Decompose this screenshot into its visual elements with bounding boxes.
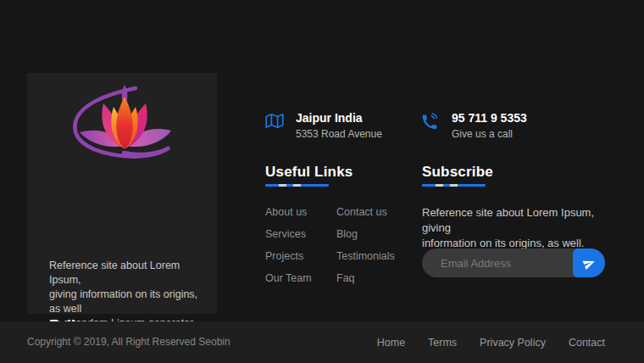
paper-plane-icon bbox=[583, 257, 596, 270]
bottom-link-home[interactable]: Home bbox=[377, 337, 405, 349]
brand-description-line: Reference site about Lorem Ipsum, bbox=[49, 259, 210, 288]
useful-links-column-2: Contact us Blog Testimonials Faq bbox=[336, 201, 395, 289]
footer-section: Reference site about Lorem Ipsum, giving… bbox=[0, 0, 644, 363]
address-block: Jaipur India 5353 Road Avenue bbox=[265, 111, 382, 140]
subscribe-heading: Subscribe bbox=[422, 164, 493, 181]
link-services[interactable]: Services bbox=[265, 223, 336, 245]
subscribe-description-line: Reference site about Lorem Ipsum, giving bbox=[422, 205, 625, 236]
link-projects[interactable]: Projects bbox=[265, 245, 336, 267]
link-about-us[interactable]: About us bbox=[265, 201, 336, 223]
lotus-logo bbox=[58, 83, 186, 161]
subscribe-underline bbox=[422, 184, 486, 187]
map-icon bbox=[265, 111, 286, 140]
bottom-links: Home Terms Privacy Policy Contact bbox=[377, 321, 605, 363]
address-text: Jaipur India 5353 Road Avenue bbox=[296, 111, 382, 140]
phone-block: 95 711 9 5353 Give us a call bbox=[421, 111, 527, 140]
link-faq[interactable]: Faq bbox=[336, 267, 395, 289]
useful-links-heading: Useful Links bbox=[265, 164, 353, 181]
subscribe-description: Reference site about Lorem Ipsum, giving… bbox=[422, 205, 625, 251]
link-blog[interactable]: Blog bbox=[336, 223, 395, 245]
subscribe-form bbox=[422, 249, 605, 277]
bottom-link-terms[interactable]: Terms bbox=[428, 337, 457, 349]
phone-icon bbox=[421, 111, 441, 140]
phone-subtitle: Give us a call bbox=[452, 128, 527, 140]
useful-links-list: About us Services Projects Our Team Cont… bbox=[265, 201, 395, 289]
link-contact-us[interactable]: Contact us bbox=[336, 201, 395, 223]
copyright-text: Copyright © 2019, All Right Reserved Seo… bbox=[27, 321, 230, 363]
bottom-link-privacy-policy[interactable]: Privacy Policy bbox=[480, 337, 546, 349]
address-title: Jaipur India bbox=[296, 111, 382, 125]
useful-links-column-1: About us Services Projects Our Team bbox=[265, 201, 336, 289]
phone-text: 95 711 9 5353 Give us a call bbox=[452, 111, 527, 140]
send-button[interactable] bbox=[573, 249, 605, 277]
phone-number: 95 711 9 5353 bbox=[452, 111, 527, 125]
bottom-link-contact[interactable]: Contact bbox=[569, 337, 605, 349]
link-testimonials[interactable]: Testimonials bbox=[336, 245, 395, 267]
email-input[interactable] bbox=[422, 249, 576, 277]
useful-links-underline bbox=[265, 184, 329, 187]
bottom-bar: Copyright © 2019, All Right Reserved Seo… bbox=[0, 321, 644, 363]
brand-card: Reference site about Lorem Ipsum, giving… bbox=[27, 73, 217, 314]
address-subtitle: 5353 Road Avenue bbox=[296, 128, 382, 140]
brand-description-line: giving information on its origins, as we… bbox=[49, 288, 210, 316]
link-our-team[interactable]: Our Team bbox=[265, 267, 336, 289]
